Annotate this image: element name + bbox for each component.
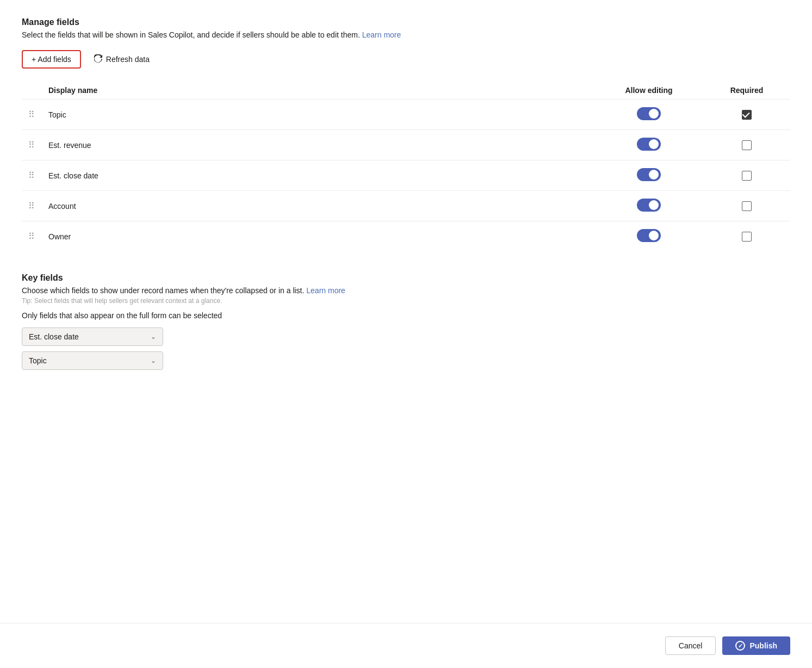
toolbar: + Add fields Refresh data [22,50,790,69]
table-row: ⠿Account [22,191,790,221]
drag-handle-icon[interactable]: ⠿ [28,171,35,180]
publish-button[interactable]: Publish [722,636,790,655]
col-header-display-name: Display name [42,82,594,100]
key-fields-note: Only fields that also appear on the full… [22,311,790,320]
key-field-dropdown[interactable]: Topic ⌄ [22,351,163,370]
add-fields-button[interactable]: + Add fields [22,50,81,69]
table-row: ⠿Est. close date [22,160,790,191]
required-checkbox[interactable] [742,110,752,120]
required-checkbox[interactable] [742,201,752,211]
key-fields-title: Key fields [22,273,790,283]
key-fields-learn-more-link[interactable]: Learn more [306,286,345,295]
publish-label: Publish [749,641,777,650]
field-name: Topic [42,100,594,130]
table-row: ⠿Topic [22,100,790,130]
chevron-down-icon: ⌄ [151,357,156,364]
field-name: Est. revenue [42,130,594,160]
required-checkbox[interactable] [742,140,752,150]
drag-handle-icon[interactable]: ⠿ [28,232,35,241]
allow-editing-toggle[interactable] [637,168,661,181]
allow-editing-toggle[interactable] [637,138,661,151]
publish-icon [735,641,745,651]
col-header-required: Required [703,82,790,100]
allow-editing-toggle[interactable] [637,107,661,120]
key-field-dropdown-value: Topic [29,356,47,365]
page-description: Select the fields that will be shown in … [22,30,790,39]
field-name: Owner [42,221,594,252]
field-name: Account [42,191,594,221]
refresh-data-button[interactable]: Refresh data [88,51,156,69]
cancel-button[interactable]: Cancel [665,636,716,655]
required-checkbox[interactable] [742,232,752,242]
allow-editing-toggle[interactable] [637,199,661,212]
page-title: Manage fields [22,17,790,27]
key-fields-tip: Tip: Select fields that will help seller… [22,297,790,305]
chevron-down-icon: ⌄ [151,333,156,341]
refresh-data-label: Refresh data [106,55,150,64]
table-row: ⠿Owner [22,221,790,252]
drag-handle-icon[interactable]: ⠿ [28,110,35,119]
refresh-icon [94,54,103,65]
header-learn-more-link[interactable]: Learn more [362,30,401,39]
key-field-dropdown-value: Est. close date [29,332,79,341]
required-checkbox[interactable] [742,171,752,181]
footer: Cancel Publish [0,623,812,668]
key-fields-description: Choose which fields to show under record… [22,286,790,295]
key-fields-section: Key fields Choose which fields to show u… [22,273,790,370]
allow-editing-toggle[interactable] [637,229,661,242]
drag-handle-icon[interactable]: ⠿ [28,140,35,150]
field-name: Est. close date [42,160,594,191]
col-header-allow-editing: Allow editing [594,82,703,100]
table-row: ⠿Est. revenue [22,130,790,160]
fields-table: Display name Allow editing Required ⠿Top… [22,82,790,251]
key-fields-dropdowns: Est. close date ⌄Topic ⌄ [22,327,790,370]
drag-handle-icon[interactable]: ⠿ [28,201,35,211]
key-field-dropdown[interactable]: Est. close date ⌄ [22,327,163,346]
